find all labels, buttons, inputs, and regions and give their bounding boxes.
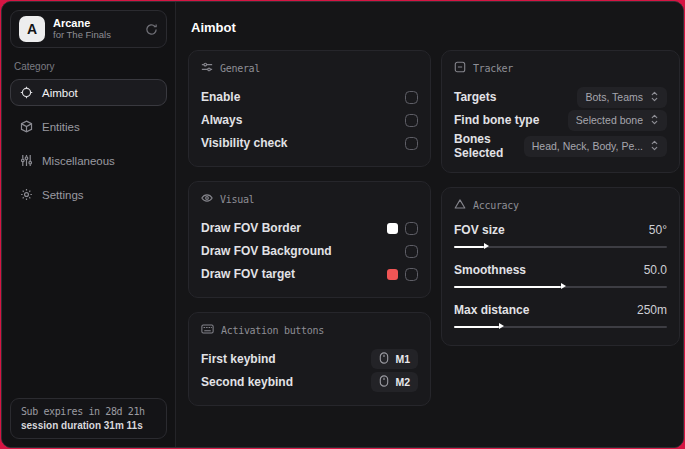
max-distance-value: 250m [637,303,667,317]
visual-card-title: Visual [220,194,254,205]
targets-select[interactable]: Bots, Teams [577,87,667,108]
setting-row-always: Always [201,109,418,131]
main-panel: Aimbot General Enable [176,2,684,447]
sub-expiry-text: Sub expires in 28d 21h [21,406,156,417]
sidebar-item-label: Miscellaneous [42,155,115,167]
setting-row-draw-fov-background: Draw FOV Background [201,240,418,262]
general-card: General Enable Always Visibility check [188,50,431,167]
sliders-horizontal-icon [201,61,213,75]
chevron-up-down-icon [650,114,659,127]
sidebar-item-label: Entities [42,121,80,133]
draw-fov-border-checkbox[interactable] [405,222,418,235]
setting-row-draw-fov-border: Draw FOV Border [201,217,418,239]
find-bone-type-select[interactable]: Selected bone [568,110,667,131]
general-card-title: General [220,63,260,74]
accuracy-card-header: Accuracy [454,198,667,212]
slider-fill [454,246,484,248]
sidebar-item-label: Aimbot [42,87,78,99]
gear-icon [20,188,33,201]
second-keybind-button[interactable]: M2 [371,372,418,392]
setting-row-bones-selected: Bones Selected Head, Neck, Body, Pe... [454,132,667,160]
enable-checkbox[interactable] [405,91,418,104]
setting-row-second-keybind: Second keybind M2 [201,371,418,393]
bones-selected-value: Head, Neck, Body, Pe... [532,140,643,152]
keyboard-icon [201,323,214,337]
activation-card-header: Activation buttons [201,323,418,337]
setting-row-targets: Targets Bots, Teams [454,86,667,108]
second-keybind-value: M2 [395,376,410,388]
cube-icon [20,120,33,133]
mouse-icon [379,352,389,366]
draw-fov-target-checkbox[interactable] [405,268,418,281]
fov-size-value: 50° [649,223,667,237]
subscription-info: Sub expires in 28d 21h session duration … [10,398,167,439]
slider-fill [454,326,499,328]
visual-icon [201,192,213,206]
chevron-up-down-icon [650,91,659,104]
page-title: Aimbot [191,20,680,35]
tracker-card: Tracker Targets Bots, Teams [441,50,680,173]
setting-row-draw-fov-target: Draw FOV target [201,263,418,285]
bones-selected-select[interactable]: Head, Neck, Body, Pe... [524,136,667,157]
sidebar-item-entities[interactable]: Entities [10,113,167,140]
setting-row-enable: Enable [201,86,418,108]
visibility-check-checkbox[interactable] [405,137,418,150]
fov-target-color-swatch[interactable] [387,269,398,280]
targets-select-value: Bots, Teams [585,91,643,103]
draw-fov-background-checkbox[interactable] [405,245,418,258]
sidebar-item-settings[interactable]: Settings [10,181,167,208]
accuracy-card: Accuracy FOV size 50° [441,187,680,346]
mouse-icon [379,375,389,389]
sidebar-item-aimbot[interactable]: Aimbot [10,79,167,106]
triangle-icon [454,198,466,212]
accuracy-card-title: Accuracy [473,200,519,211]
refresh-icon[interactable] [145,23,158,36]
app-titles: Arcane for The Finals [53,17,111,41]
tracker-card-header: Tracker [454,61,667,75]
app-name: Arcane [53,17,111,30]
chevron-up-down-icon [650,140,659,153]
sidebar-item-miscellaneous[interactable]: Miscellaneous [10,147,167,174]
setting-row-smoothness: Smoothness 50.0 [454,263,667,291]
activation-card-title: Activation buttons [221,325,324,336]
setting-row-fov-size: FOV size 50° [454,223,667,251]
setting-row-max-distance: Max distance 250m [454,303,667,331]
first-keybind-button[interactable]: M1 [371,349,418,369]
activation-buttons-card: Activation buttons First keybind M1 [188,312,431,406]
session-duration-text: session duration 31m 11s [21,420,156,431]
sidebar: A Arcane for The Finals Category Aimbot [2,2,176,447]
sidebar-item-label: Settings [42,189,84,201]
fov-size-slider[interactable] [454,242,667,251]
max-distance-slider[interactable] [454,322,667,331]
setting-row-visibility-check: Visibility check [201,132,418,154]
smoothness-value: 50.0 [644,263,667,277]
visual-card-header: Visual [201,192,418,206]
fov-border-color-swatch[interactable] [387,223,398,234]
general-card-header: General [201,61,418,75]
first-keybind-value: M1 [395,353,410,365]
app-subtitle: for The Finals [53,30,111,41]
slider-fill [454,286,561,288]
smoothness-slider[interactable] [454,282,667,291]
category-label: Category [14,61,163,72]
always-checkbox[interactable] [405,114,418,127]
crosshair-icon [20,86,33,99]
app-logo: A [19,16,45,42]
scan-box-icon [454,61,466,75]
sliders-icon [20,154,33,167]
sidebar-header: A Arcane for The Finals [10,10,167,48]
visual-card: Visual Draw FOV Border Draw FOV Backgrou… [188,181,431,298]
tracker-card-title: Tracker [473,63,513,74]
find-bone-type-value: Selected bone [576,114,643,126]
setting-row-find-bone-type: Find bone type Selected bone [454,109,667,131]
app-window: A Arcane for The Finals Category Aimbot [1,1,684,448]
setting-row-first-keybind: First keybind M1 [201,348,418,370]
